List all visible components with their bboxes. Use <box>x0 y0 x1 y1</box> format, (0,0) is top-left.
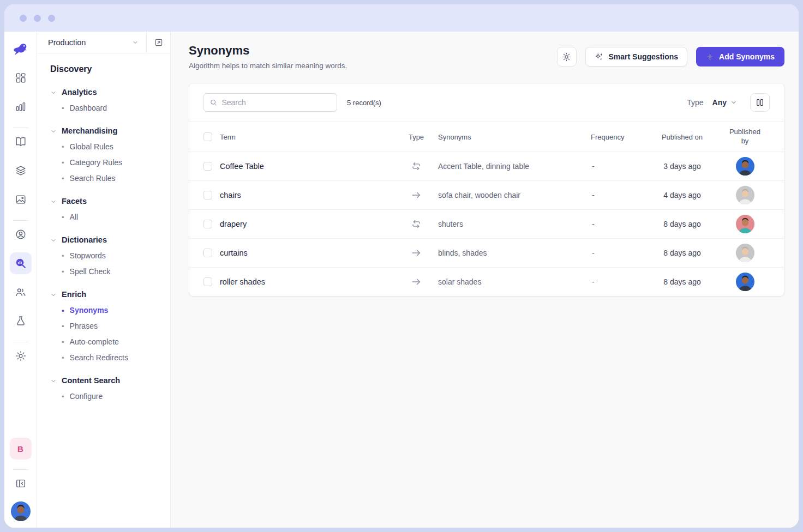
add-synonyms-button[interactable]: Add Synonyms <box>696 47 784 66</box>
table-row[interactable]: chairs sofa chair, wooden chair - 4 days… <box>189 180 784 209</box>
sidebar-item-label: Stopwords <box>70 248 106 264</box>
sidebar-item-category-rules[interactable]: Category Rules <box>50 155 170 171</box>
table-row[interactable]: curtains blinds, shades - 8 days ago <box>189 238 784 267</box>
rail-divider <box>13 342 28 342</box>
experiments-flask-icon[interactable] <box>10 310 32 332</box>
open-environment-button[interactable] <box>146 32 170 53</box>
nav-section-analytics: Analytics Dashboard <box>50 84 170 116</box>
row-checkbox[interactable] <box>203 191 212 200</box>
sidebar-item-search-redirects[interactable]: Search Redirects <box>50 350 170 366</box>
synonyms-cell: blinds, shades <box>438 249 591 257</box>
row-checkbox[interactable] <box>203 162 212 171</box>
environment-select[interactable]: Production <box>37 32 146 53</box>
sidebar-item-configure[interactable]: Configure <box>50 389 170 404</box>
media-image-icon[interactable] <box>10 189 32 210</box>
published-on-cell: 8 days ago <box>645 249 719 257</box>
sidebar-item-label: Category Rules <box>70 155 123 171</box>
sidebar-item-label: Dashboard <box>70 100 107 116</box>
sidebar-item-dashboard[interactable]: Dashboard <box>50 100 170 116</box>
table-row[interactable]: drapery shuters - 8 days ago <box>189 209 784 238</box>
main-content: Synonyms Algorithm helps to match simila… <box>171 32 799 528</box>
nav-section-header-facets[interactable]: Facets <box>50 194 170 209</box>
header-actions: Smart Suggestions Add Synonyms <box>557 47 785 66</box>
chevron-down-icon <box>50 89 57 96</box>
published-by-cell <box>736 186 754 204</box>
nav-section-header-enrich[interactable]: Enrich <box>50 287 170 303</box>
add-synonyms-label: Add Synonyms <box>719 52 775 61</box>
sidebar-item-label: Auto-complete <box>70 334 119 350</box>
column-header-published-by[interactable]: Published by <box>726 128 765 146</box>
nav-heading: Discovery <box>50 61 170 77</box>
column-header-synonyms[interactable]: Synonyms <box>438 133 591 141</box>
nav-section-label: Content Search <box>62 373 120 389</box>
nav-section-header-merchandising[interactable]: Merchandising <box>50 123 170 139</box>
sidebar-item-label: Synonyms <box>70 303 109 318</box>
table-toolbar: 5 record(s) Type Any <box>189 83 784 122</box>
plus-icon <box>706 53 714 61</box>
dashboard-icon[interactable] <box>10 67 32 89</box>
settings-gear-icon[interactable] <box>10 345 32 367</box>
column-header-frequency[interactable]: Frequency <box>591 133 645 141</box>
sidebar-item-stopwords[interactable]: Stopwords <box>50 248 170 264</box>
two-way-arrow-icon <box>410 218 422 230</box>
window-dot[interactable] <box>34 15 41 22</box>
column-settings-button[interactable] <box>750 93 770 112</box>
nav-section-header-dictionaries[interactable]: Dictionaries <box>50 232 170 248</box>
select-all-checkbox[interactable] <box>203 132 212 141</box>
sidebar-item-global-rules[interactable]: Global Rules <box>50 139 170 155</box>
table-row[interactable]: Coffee Table Accent Table, dinning table… <box>189 152 784 180</box>
sidebar-item-label: Phrases <box>70 318 98 334</box>
row-checkbox[interactable] <box>203 277 212 286</box>
sparkles-icon <box>595 52 604 62</box>
sidebar-item-synonyms[interactable]: Synonyms <box>50 303 170 318</box>
row-checkbox[interactable] <box>203 220 212 228</box>
column-header-type[interactable]: Type <box>394 133 438 141</box>
collapse-sidebar-icon[interactable] <box>10 473 32 494</box>
synonyms-cell: solar shades <box>438 277 591 286</box>
beta-badge: B <box>10 438 32 460</box>
bar-chart-icon[interactable] <box>10 96 32 118</box>
type-filter-select[interactable]: Any <box>712 98 737 107</box>
sidebar-item-label: Spell Check <box>70 264 111 280</box>
one-way-arrow-icon <box>410 276 422 288</box>
published-by-cell <box>736 157 754 176</box>
nav-section-header-content-search[interactable]: Content Search <box>50 373 170 389</box>
settings-button[interactable] <box>557 47 577 66</box>
type-cell <box>410 247 422 259</box>
smart-suggestions-button[interactable]: Smart Suggestions <box>585 47 688 66</box>
account-circle-icon[interactable] <box>10 223 32 245</box>
environment-row: Production <box>37 32 170 53</box>
table-row[interactable]: roller shades solar shades - 8 days ago <box>189 267 784 296</box>
sidebar-item-phrases[interactable]: Phrases <box>50 318 170 334</box>
nav-section-header-analytics[interactable]: Analytics <box>50 84 170 100</box>
type-filter-label: Type <box>687 98 703 107</box>
team-users-icon[interactable] <box>10 281 32 303</box>
user-avatar[interactable] <box>11 501 31 521</box>
window-titlebar <box>4 4 799 32</box>
column-header-term[interactable]: Term <box>220 133 394 141</box>
column-header-published-on[interactable]: Published on <box>645 133 719 141</box>
search-icon <box>209 98 217 107</box>
sidebar-item-all[interactable]: All <box>50 209 170 225</box>
row-checkbox[interactable] <box>203 249 212 257</box>
frequency-cell: - <box>591 277 645 286</box>
sidebar-item-spell-check[interactable]: Spell Check <box>50 264 170 280</box>
table-header-row: Term Type Synonyms Frequency Published o… <box>189 122 784 152</box>
sidebar-item-auto-complete[interactable]: Auto-complete <box>50 334 170 350</box>
window-dot[interactable] <box>48 15 55 22</box>
type-cell <box>410 160 422 172</box>
sidebar-nav: Discovery Analytics Dashboard Merchandis… <box>37 53 170 404</box>
sidebar-item-search-rules[interactable]: Search Rules <box>50 171 170 186</box>
sidebar-item-label: Global Rules <box>70 139 113 155</box>
catalog-book-icon[interactable] <box>10 131 32 153</box>
rail-divider <box>13 220 28 221</box>
type-cell <box>410 276 422 288</box>
nav-section-enrich: Enrich Synonyms Phrases Auto-complete Se… <box>50 287 170 366</box>
layers-icon[interactable] <box>10 160 32 182</box>
synonyms-cell: sofa chair, wooden chair <box>438 191 591 200</box>
search-input[interactable] <box>221 98 331 107</box>
window-dot[interactable] <box>20 15 27 22</box>
discovery-search-icon[interactable] <box>10 252 32 274</box>
nav-section-label: Analytics <box>62 84 97 100</box>
brand-bird-logo-icon[interactable] <box>10 38 32 60</box>
